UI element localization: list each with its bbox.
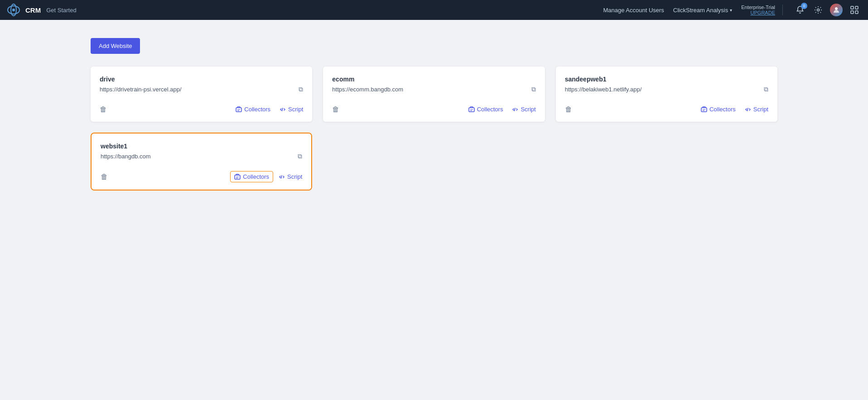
collectors-button-drive[interactable]: Collectors (232, 104, 274, 114)
external-link-icon-drive[interactable]: ⧉ (299, 86, 303, 93)
upgrade-link[interactable]: UPGRADE (751, 10, 775, 15)
card-btns-website1: Collectors Script (230, 171, 302, 182)
get-started-link[interactable]: Get Started (46, 7, 76, 14)
website-card-website1-wrapper: website1 https://bangdb.com ⧉ 🗑 (91, 133, 312, 190)
notification-count: 0 (801, 3, 807, 9)
external-link-icon-sandeepweb1[interactable]: ⧉ (764, 86, 768, 93)
svg-point-2 (12, 9, 15, 11)
collectors-icon-website1 (234, 174, 241, 180)
card-url-drive: https://drivetrain-psi.vercel.app/ (100, 86, 182, 93)
script-icon-ecomm (512, 106, 518, 113)
card-btns-drive: Collectors Script (232, 104, 303, 114)
clickstream-analysis-dropdown[interactable]: ClickStream Analysis ▾ (673, 7, 732, 14)
card-actions-ecomm: 🗑 Collectors Script (332, 104, 535, 114)
chevron-down-icon: ▾ (730, 8, 732, 13)
navbar-left: CRM Get Started (7, 4, 77, 16)
collectors-button-ecomm[interactable]: Collectors (465, 104, 507, 114)
script-button-sandeepweb1[interactable]: Script (745, 106, 768, 113)
external-link-icon-ecomm[interactable]: ⧉ (531, 86, 536, 93)
card-name-sandeepweb1: sandeepweb1 (565, 76, 768, 83)
card-actions-sandeepweb1: 🗑 Collectors Script (565, 104, 768, 114)
website-card-ecomm: ecomm https://ecomm.bangdb.com ⧉ 🗑 Colle… (323, 67, 545, 122)
collectors-label-ecomm: Collectors (477, 106, 503, 113)
script-icon-sandeepweb1 (745, 106, 751, 113)
apps-grid-icon[interactable] (848, 4, 861, 16)
script-icon-drive (280, 106, 286, 113)
card-url-website1: https://bangdb.com (101, 153, 151, 160)
notification-bell[interactable]: 0 (794, 4, 806, 16)
script-button-ecomm[interactable]: Script (512, 106, 535, 113)
script-button-drive[interactable]: Script (280, 106, 303, 113)
card-actions-drive: 🗑 Collectors Script (100, 104, 303, 114)
website-card-sandeepweb1: sandeepweb1 https://belakiweb1.netlify.a… (556, 67, 777, 122)
card-url-sandeepweb1: https://belakiweb1.netlify.app/ (565, 86, 642, 93)
script-label-ecomm: Script (521, 106, 535, 113)
settings-icon[interactable] (812, 4, 825, 16)
card-btns-sandeepweb1: Collectors Script (697, 104, 768, 114)
trial-section: Enterprise-Trial UPGRADE (741, 5, 783, 15)
script-label-website1: Script (287, 173, 302, 180)
collectors-label-sandeepweb1: Collectors (709, 106, 736, 113)
svg-rect-7 (851, 11, 854, 14)
crm-title: CRM (25, 6, 41, 14)
card-actions-website1: 🗑 Collectors (101, 171, 302, 182)
external-link-icon-website1[interactable]: ⧉ (298, 152, 302, 160)
collectors-label-website1: Collectors (243, 173, 269, 180)
website-card-website1: website1 https://bangdb.com ⧉ 🗑 (92, 133, 311, 190)
top-navbar: CRM Get Started Manage Account Users Cli… (0, 0, 868, 20)
collectors-button-website1[interactable]: Collectors (230, 171, 273, 182)
logo-icon[interactable] (7, 4, 20, 16)
card-url-ecomm: https://ecomm.bangdb.com (332, 86, 403, 93)
card-name-website1: website1 (101, 143, 302, 150)
website-card-drive: drive https://drivetrain-psi.vercel.app/… (91, 67, 312, 122)
script-button-website1[interactable]: Script (279, 173, 302, 180)
nav-icons: 0 (794, 4, 861, 16)
website-cards-grid: drive https://drivetrain-psi.vercel.app/… (91, 67, 777, 190)
main-content: Add Website drive https://drivetrain-psi… (0, 20, 868, 209)
collectors-icon-sandeepweb1 (701, 106, 707, 113)
svg-rect-5 (851, 6, 854, 9)
card-url-row-drive: https://drivetrain-psi.vercel.app/ ⧉ (100, 86, 303, 93)
navbar-right: Manage Account Users ClickStream Analysi… (603, 4, 861, 16)
card-btns-ecomm: Collectors Script (465, 104, 536, 114)
svg-rect-6 (855, 6, 858, 9)
trial-label: Enterprise-Trial (741, 5, 775, 10)
card-url-row-sandeepweb1: https://belakiweb1.netlify.app/ ⧉ (565, 86, 768, 93)
delete-icon-website1[interactable]: 🗑 (101, 173, 108, 181)
delete-icon-sandeepweb1[interactable]: 🗑 (565, 105, 572, 114)
add-website-button[interactable]: Add Website (91, 38, 140, 54)
svg-point-3 (817, 9, 820, 11)
card-url-row-website1: https://bangdb.com ⧉ (101, 152, 302, 160)
svg-point-4 (835, 7, 838, 10)
svg-rect-8 (855, 11, 858, 14)
delete-icon-ecomm[interactable]: 🗑 (332, 105, 339, 114)
collectors-icon-ecomm (468, 106, 475, 113)
collectors-button-sandeepweb1[interactable]: Collectors (697, 104, 739, 114)
avatar-circle (830, 4, 843, 16)
clickstream-label: ClickStream Analysis (673, 7, 728, 14)
script-icon-website1 (279, 174, 285, 180)
manage-users-link[interactable]: Manage Account Users (603, 7, 664, 14)
script-label-drive: Script (288, 106, 303, 113)
card-name-drive: drive (100, 76, 303, 83)
collectors-label-drive: Collectors (244, 106, 270, 113)
script-label-sandeepweb1: Script (753, 106, 768, 113)
delete-icon-drive[interactable]: 🗑 (100, 105, 107, 114)
card-name-ecomm: ecomm (332, 76, 535, 83)
user-avatar[interactable] (830, 4, 843, 16)
card-url-row-ecomm: https://ecomm.bangdb.com ⧉ (332, 86, 535, 93)
collectors-icon-drive (236, 106, 242, 113)
